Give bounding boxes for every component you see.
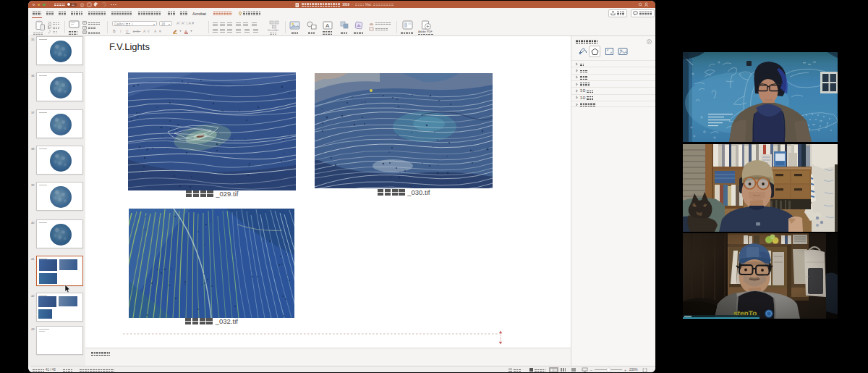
svg-text:A: A xyxy=(326,22,330,29)
svg-text:A: A xyxy=(184,30,187,34)
